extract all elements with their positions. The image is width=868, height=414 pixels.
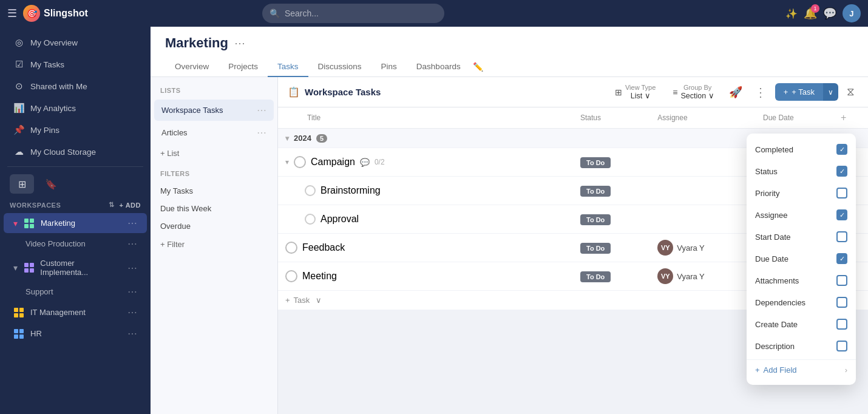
col-option-due-date[interactable]: Due Date ✓: [747, 248, 856, 270]
filter-button[interactable]: ⧖: [843, 83, 858, 101]
filter-item-due-this-week[interactable]: Due this Week: [151, 200, 277, 217]
articles-more-icon[interactable]: ⋯: [257, 127, 266, 138]
year-collapse-icon[interactable]: ▾: [285, 134, 289, 143]
page-title-row: Marketing ⋯: [165, 35, 853, 51]
col-status-checkbox[interactable]: ✓: [836, 166, 847, 177]
list-item-workspace-tasks[interactable]: Workspace Tasks ⋯: [154, 100, 274, 121]
col-option-attachments[interactable]: Attachments: [747, 270, 856, 291]
col-completed-checkbox[interactable]: ✓: [836, 144, 847, 155]
col-option-completed[interactable]: Completed ✓: [747, 138, 856, 160]
workspace-item-customer-impl[interactable]: ▾ Customer Implementa... ⋯: [4, 254, 147, 281]
search-bar[interactable]: 🔍: [262, 4, 444, 23]
filter-item-overdue[interactable]: Overdue: [151, 217, 277, 235]
it-mgmt-more-icon[interactable]: ⋯: [127, 307, 137, 318]
col-option-dependencies[interactable]: Dependencies: [747, 291, 856, 313]
col-attachments-checkbox[interactable]: [836, 275, 847, 286]
sidebar: ◎ My Overview ☑ My Tasks ⊙ Shared with M…: [0, 27, 151, 414]
group-by-button[interactable]: ≡ Group By Section ∨: [666, 81, 720, 103]
tab-discussions[interactable]: Discussions: [308, 57, 371, 77]
bookmark-icon[interactable]: 🔖: [39, 174, 63, 194]
hr-icon: [13, 328, 24, 339]
svg-rect-6: [24, 268, 29, 273]
col-dependencies-checkbox[interactable]: [836, 297, 847, 308]
customer-impl-more-icon[interactable]: ⋯: [127, 262, 137, 274]
sidebar-item-cloud[interactable]: ☁ My Cloud Storage: [4, 141, 147, 162]
feedback-checkbox[interactable]: [285, 242, 297, 254]
tab-tasks[interactable]: Tasks: [268, 57, 308, 77]
messages-icon[interactable]: 💬: [823, 7, 836, 20]
col-option-assignee[interactable]: Assignee ✓: [747, 204, 856, 226]
tab-overview[interactable]: Overview: [165, 57, 219, 77]
ai-icon[interactable]: ✨: [785, 8, 798, 19]
col-option-status[interactable]: Status ✓: [747, 160, 856, 182]
col-assignee-checkbox[interactable]: ✓: [836, 209, 847, 220]
page-title: Marketing: [165, 35, 228, 51]
support-more-icon[interactable]: ⋯: [127, 286, 137, 297]
marketing-more-icon[interactable]: ⋯: [127, 217, 137, 229]
campaign-name-cell: ▾ Campaign 💬 0/2: [278, 148, 573, 176]
svg-rect-8: [14, 308, 18, 312]
col-priority-checkbox[interactable]: [836, 188, 847, 199]
overview-icon: ◎: [13, 37, 24, 48]
add-task-button[interactable]: + + Task: [775, 83, 823, 101]
tab-dashboards[interactable]: Dashboards: [407, 57, 470, 77]
hamburger-menu-icon[interactable]: ☰: [7, 7, 17, 20]
list-item-articles[interactable]: Articles ⋯: [154, 122, 274, 143]
col-option-priority[interactable]: Priority: [747, 182, 856, 204]
add-workspace-icon[interactable]: + Add: [120, 202, 141, 209]
add-task-inline-chevron[interactable]: ∨: [316, 296, 322, 305]
campaign-collapse-icon[interactable]: ▾: [285, 158, 289, 166]
col-description-checkbox[interactable]: [836, 341, 847, 351]
add-field-label: Add Field: [764, 365, 797, 375]
campaign-checkbox[interactable]: [294, 156, 306, 168]
search-input[interactable]: [285, 8, 437, 18]
tab-projects[interactable]: Projects: [219, 57, 268, 77]
sub-workspace-video-production[interactable]: Video Production ⋯: [4, 234, 147, 253]
sidebar-item-pins[interactable]: 📌 My Pins: [4, 120, 147, 140]
sidebar-item-analytics[interactable]: 📊 My Analytics: [4, 98, 147, 118]
sidebar-item-shared-label: Shared with Me: [30, 82, 87, 91]
rocket-icon[interactable]: 🚀: [725, 83, 746, 101]
hr-more-icon[interactable]: ⋯: [127, 328, 137, 339]
meeting-status-badge: To Do: [580, 271, 611, 282]
add-list-button[interactable]: + List: [151, 144, 277, 163]
user-avatar[interactable]: J: [843, 4, 861, 22]
sidebar-item-tasks[interactable]: ☑ My Tasks: [4, 54, 147, 75]
meeting-checkbox[interactable]: [285, 270, 297, 282]
add-filter-button[interactable]: + Filter: [151, 235, 277, 254]
brainstorming-checkbox[interactable]: [305, 185, 316, 196]
view-type-button[interactable]: ⊞ View Type List ∨: [609, 81, 662, 103]
meeting-name: Meeting: [302, 271, 337, 282]
workspace-tasks-more-icon[interactable]: ⋯: [257, 104, 266, 116]
add-column-icon[interactable]: +: [841, 112, 846, 123]
add-field-row[interactable]: + Add Field ›: [747, 359, 856, 380]
filter-item-my-tasks[interactable]: My Tasks: [151, 182, 277, 200]
layers-icon[interactable]: ⊞: [10, 174, 34, 194]
workspace-item-marketing[interactable]: ▾ Marketing ⋯: [4, 213, 147, 233]
video-production-more-icon[interactable]: ⋯: [127, 238, 137, 249]
approval-checkbox[interactable]: [305, 214, 316, 225]
columns-dropdown: Completed ✓ Status ✓ Priority Assignee ✓…: [747, 134, 856, 385]
sidebar-item-shared[interactable]: ⊙ Shared with Me: [4, 76, 147, 97]
col-option-create-date[interactable]: Create Date: [747, 313, 856, 335]
sub-workspace-support[interactable]: Support ⋯: [4, 282, 147, 301]
col-option-start-date[interactable]: Start Date: [747, 226, 856, 248]
marketing-label: Marketing: [41, 219, 75, 228]
add-task-arrow-button[interactable]: ∨: [823, 83, 838, 101]
page-title-more-icon[interactable]: ⋯: [234, 36, 245, 50]
edit-tabs-icon[interactable]: ✏️: [470, 57, 486, 76]
col-create-date-checkbox[interactable]: [836, 319, 847, 330]
workspace-item-it-management[interactable]: IT Management ⋯: [4, 302, 147, 322]
th-due-date: Due Date: [756, 107, 833, 129]
tab-pins[interactable]: Pins: [371, 57, 407, 77]
sort-icon[interactable]: ⇅: [109, 201, 115, 209]
notifications-icon[interactable]: 🔔 1: [804, 7, 817, 20]
app-logo[interactable]: 🎯 Slingshot: [23, 5, 88, 22]
workspace-item-hr[interactable]: HR ⋯: [4, 324, 147, 344]
sidebar-item-overview[interactable]: ◎ My Overview: [4, 32, 147, 53]
col-start-date-checkbox[interactable]: [836, 231, 847, 242]
col-option-description[interactable]: Description: [747, 335, 856, 357]
more-options-icon[interactable]: ⋮: [751, 83, 770, 102]
col-due-date-checkbox[interactable]: ✓: [836, 253, 847, 264]
th-add-column[interactable]: +: [833, 107, 868, 129]
